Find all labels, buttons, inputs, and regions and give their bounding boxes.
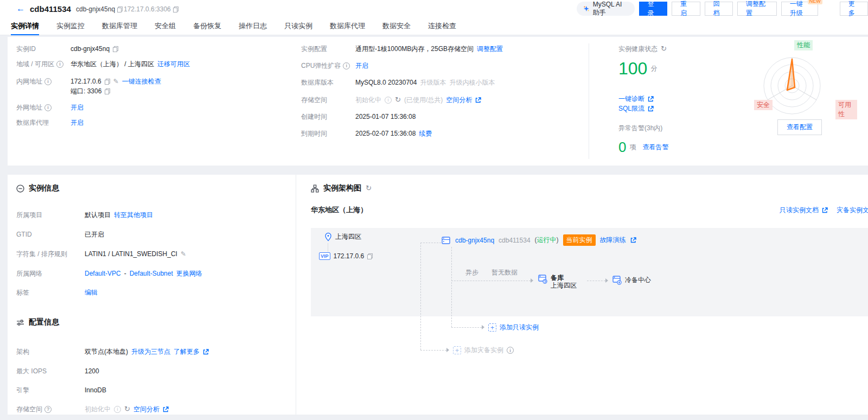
field-label: 外网地址i (16, 103, 67, 112)
upgrade-kernel-link[interactable]: 升级内核小版本 (449, 78, 495, 87)
add-icon[interactable]: + (453, 346, 461, 354)
charset-value: LATIN1 / LATIN1_SWEDISH_CI (85, 250, 177, 258)
instance-id-text: cdb-gnjx45nq (76, 5, 115, 13)
question-icon[interactable]: ? (44, 406, 52, 413)
adjust-config-button[interactable]: 调整配置 (737, 2, 777, 16)
add-readonly-instance-link[interactable]: 添加只读实例 (500, 323, 539, 332)
back-icon[interactable]: ← (16, 4, 25, 14)
copy-icon[interactable] (105, 88, 110, 94)
field-label: GTID (16, 231, 81, 238)
tab-backup-restore[interactable]: 备份恢复 (193, 17, 221, 35)
connection-check-link[interactable]: 一键连接检查 (122, 77, 161, 86)
copy-icon[interactable] (117, 7, 123, 12)
info-icon[interactable]: i (343, 62, 350, 69)
tab-database-management[interactable]: 数据库管理 (102, 17, 137, 35)
change-network-link[interactable]: 更换网络 (176, 269, 202, 278)
one-click-diagnosis-link[interactable]: 一键诊断 (618, 94, 644, 104)
adjust-config-link[interactable]: 调整配置 (477, 44, 503, 54)
enable-public-addr-link[interactable]: 开启 (71, 103, 84, 112)
learn-more-link[interactable]: 了解更多 (174, 347, 200, 357)
readonly-doc-link[interactable]: 只读实例文档 (780, 206, 819, 215)
upgrade-version-link[interactable]: 升级版本 (420, 78, 446, 87)
view-config-button[interactable]: 查看配置 (777, 119, 822, 135)
login-button[interactable]: 登录 (639, 2, 667, 16)
instance-id-value: cdb-gnjx45nq (71, 45, 110, 53)
external-link-icon (203, 349, 209, 355)
tab-security-group[interactable]: 安全组 (155, 17, 176, 35)
info-icon[interactable]: i (385, 97, 392, 104)
refresh-icon[interactable]: ↻ (366, 185, 372, 192)
alarm-count: 0 (618, 139, 626, 156)
view-alarms-link[interactable]: 查看告警 (642, 143, 668, 152)
vpc-link[interactable]: Default-VPC (85, 270, 121, 277)
config-info-title: 配置信息 (29, 317, 59, 327)
copy-icon[interactable] (173, 7, 178, 12)
external-link-icon (648, 106, 654, 112)
field-label: 内网地址i (16, 77, 67, 86)
field-label: 所属项目 (16, 211, 81, 220)
tab-connection-check[interactable]: 连接检查 (428, 17, 456, 35)
edit-tag-link[interactable]: 编辑 (85, 288, 98, 297)
tab-instance-monitor[interactable]: 实例监控 (56, 17, 85, 35)
sql-throttle-link[interactable]: SQL限流 (618, 104, 644, 113)
refresh-icon[interactable]: ↻ (395, 97, 401, 103)
info-icon[interactable]: i (507, 347, 514, 354)
external-link-icon (475, 97, 481, 103)
copy-icon[interactable] (113, 46, 118, 52)
alarm-unit: 项 (629, 143, 636, 152)
info-icon[interactable]: i (44, 104, 52, 111)
info-icon[interactable]: i (44, 78, 52, 85)
fault-drill-link[interactable]: 故障演练 (600, 236, 626, 245)
add-icon[interactable]: + (488, 323, 496, 332)
space-analysis-link[interactable]: 空间分析 (446, 96, 472, 105)
more-button[interactable]: 更多 (840, 2, 868, 16)
tab-data-security[interactable]: 数据安全 (382, 17, 411, 35)
edit-icon[interactable]: ✎ (181, 250, 186, 258)
create-time-value: 2025-01-07 15:36:08 (355, 113, 416, 120)
tab-instance-details[interactable]: 实例详情 (11, 17, 39, 35)
renew-link[interactable]: 续费 (419, 129, 432, 138)
tab-database-proxy[interactable]: 数据库代理 (330, 17, 365, 35)
copy-icon[interactable] (367, 253, 373, 259)
move-project-link[interactable]: 转至其他项目 (114, 211, 153, 220)
port-value: 端口: 3306 (71, 87, 101, 96)
copy-icon[interactable] (105, 79, 110, 85)
enable-db-proxy-link[interactable]: 开启 (71, 118, 84, 128)
upgrade-three-node-link[interactable]: 升级为三节点 (131, 347, 170, 357)
connector (420, 243, 421, 350)
config-info-icon (16, 319, 24, 327)
migrate-zone-link[interactable]: 迁移可用区 (157, 60, 190, 69)
refresh-icon[interactable]: ↻ (661, 46, 667, 52)
cold-backup-icon (612, 275, 622, 285)
iops-value: 1200 (85, 367, 99, 375)
ai-sparkle-icon (583, 5, 590, 12)
dr-doc-link[interactable]: 灾备实例文档 (837, 206, 868, 215)
region-value: 华东地区（上海） / 上海四区 (71, 60, 154, 69)
space-analysis-link[interactable]: 空间分析 (133, 405, 159, 414)
connector (451, 247, 452, 327)
field-label: 实例ID (16, 44, 67, 54)
field-label: 所属网络 (16, 269, 81, 278)
add-dr-instance-link[interactable]: 添加灾备实例 (464, 346, 503, 355)
new-badge: NEW (808, 0, 822, 4)
field-label: 最大 IOPS (16, 367, 81, 376)
info-icon[interactable]: i (56, 61, 63, 68)
master-instance-id: cdb411534 (499, 237, 531, 244)
edit-icon[interactable]: ✎ (113, 78, 119, 85)
db-version-value: MySQL8.0 20230704 (355, 79, 417, 86)
restart-button[interactable]: 重启 (672, 2, 700, 16)
master-instance-name-link[interactable]: cdb-gnjx45nq (455, 237, 494, 244)
enable-cpu-elastic-link[interactable]: 开启 (355, 61, 368, 71)
refresh-icon[interactable]: ↻ (124, 406, 130, 412)
info-icon[interactable]: i (114, 406, 121, 413)
health-label: 实例健康状态 (618, 44, 658, 54)
subnet-link[interactable]: Default-Subnet (130, 270, 173, 277)
field-label: 存储空间 (301, 96, 352, 105)
connector (328, 243, 328, 252)
tab-readonly-instance[interactable]: 只读实例 (284, 17, 312, 35)
tab-operation-log[interactable]: 操作日志 (239, 17, 267, 35)
external-link-icon (822, 207, 828, 213)
ai-assistant-button[interactable]: MySQL AI助手 (577, 2, 635, 16)
rollback-button[interactable]: 回档 (705, 2, 733, 16)
sync-status-label: 暂无数据 (492, 268, 518, 277)
